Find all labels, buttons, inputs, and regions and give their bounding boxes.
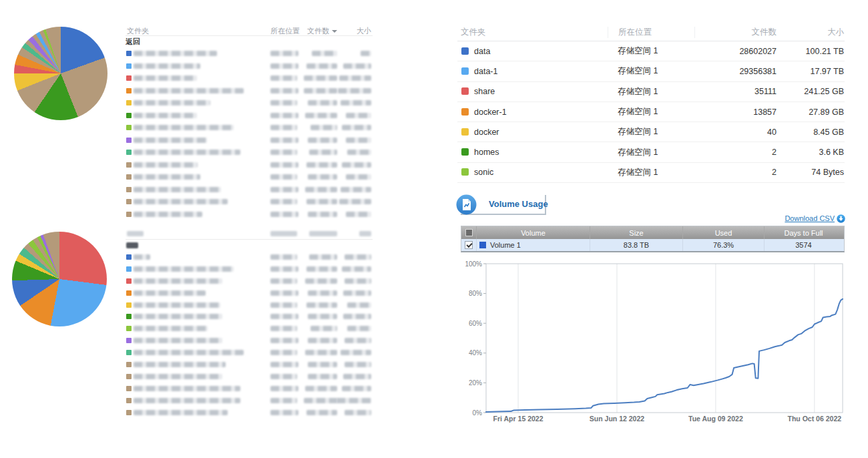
table-row[interactable] [126,347,373,359]
column-filecount[interactable]: 文件数 [694,27,777,38]
table-row[interactable]: homes存储空间 123.6 KB [457,142,845,162]
blurred-text [309,150,337,155]
blurred-text [270,398,297,403]
column-size[interactable]: 大小 [777,27,845,38]
row-checkbox-cell[interactable] [461,239,476,251]
table-row[interactable] [126,196,373,208]
table-row[interactable] [126,122,373,134]
folder-color-icon [126,338,132,343]
blurred-text [270,113,298,118]
column-volume: Volume [476,226,590,239]
column-size: Size [590,226,682,239]
table-row[interactable] [126,134,373,147]
table-row[interactable]: data存储空间 128602027100.21 TB [457,41,845,61]
select-all-cell[interactable] [461,226,476,239]
blurred-text [134,174,200,180]
blurred-text [347,150,371,155]
folder-color-icon [461,168,469,176]
table-row[interactable] [126,47,373,60]
blurred-text [305,113,337,118]
blurred-text [304,398,337,403]
table-row[interactable] [126,97,373,109]
table-row[interactable] [126,371,373,383]
folder-name: share [474,87,495,96]
download-csv-link[interactable]: Download CSV [785,214,835,222]
table-row[interactable] [126,171,373,184]
table-header-blurred [126,229,373,240]
table-row[interactable]: data-1存储空间 12935638117.97 TB [457,61,845,81]
table-row[interactable] [126,407,373,419]
blurred-text [342,125,371,130]
back-link[interactable]: 返回 [126,36,373,47]
table-row[interactable] [126,395,373,407]
blurred-text [134,266,234,272]
blurred-text [270,278,297,284]
folder-color-icon [126,63,132,69]
table-row[interactable] [126,109,373,122]
column-filecount-sort[interactable]: 文件数 [307,26,337,36]
table-row[interactable] [126,60,373,73]
table-row[interactable]: share存储空间 135111241.25 GB [457,82,845,102]
blurred-text [346,113,371,118]
table-row[interactable]: docker-1存储空间 11385727.89 GB [457,102,845,122]
blurred-text [134,302,220,308]
column-location[interactable]: 所在位置 [608,27,694,38]
table-row[interactable] [126,184,373,196]
table-row[interactable] [126,146,373,159]
folder-color-icon [126,374,132,379]
blurred-text [134,254,150,260]
blurred-text [347,326,371,331]
table-row[interactable] [126,299,373,311]
table-row[interactable] [126,85,373,97]
table-row[interactable] [126,72,373,85]
volume-usage-line-chart: 0%20%40%60%80%100%Fri Apr 15 2022Sun Jun… [458,259,845,429]
folder-name-cell: data-1 [457,67,608,76]
table-row[interactable] [126,287,373,299]
blurred-text [134,100,210,105]
table-row[interactable] [126,159,373,172]
select-all-checkbox[interactable] [465,229,473,236]
table-row[interactable] [126,263,373,275]
column-folder: 文件夹 [127,26,149,36]
blurred-text [341,187,371,192]
folder-location: 存储空间 1 [608,45,694,57]
table-row[interactable] [126,359,373,371]
blurred-text [308,174,337,180]
volume-row[interactable]: Volume 1 83.8 TB 76.3% 3574 [461,239,844,251]
volume-row-checkbox[interactable] [465,241,473,249]
table-row[interactable] [126,275,373,287]
folder-color-icon [126,138,132,143]
blurred-text [270,266,298,272]
table-row[interactable]: docker存储空间 1408.45 GB [457,122,845,142]
table-row[interactable] [126,310,373,322]
volume-days: 3574 [764,239,843,251]
blurred-header-text [127,231,144,236]
table-row[interactable] [126,208,373,221]
blurred-text [305,350,337,355]
x-tick-label: Sun Jun 12 2022 [590,415,644,423]
folder-color-icon [126,278,132,284]
table-row[interactable] [126,322,373,334]
blurred-text [309,254,337,260]
blurred-text [306,162,337,168]
table-row[interactable]: sonic存储空间 1274 Bytes [457,163,845,183]
folder-color-icon [126,314,132,319]
sort-arrow-icon [332,30,337,33]
blurred-text [134,362,226,367]
blurred-text [270,63,298,69]
column-folder[interactable]: 文件夹 [457,27,608,38]
blurred-text [134,88,244,93]
blurred-text [134,374,222,379]
table-row[interactable] [126,383,373,395]
folder-color-icon [461,128,469,136]
back-link-blurred[interactable] [126,240,373,251]
blurred-text [134,338,222,343]
blurred-text [305,278,337,284]
blurred-header-text [359,231,371,236]
download-icon[interactable] [837,214,845,223]
blurred-text [134,386,240,391]
table-row[interactable] [126,334,373,347]
blurred-text [134,162,198,168]
table-row[interactable] [126,251,373,263]
column-used: Used [682,226,764,239]
